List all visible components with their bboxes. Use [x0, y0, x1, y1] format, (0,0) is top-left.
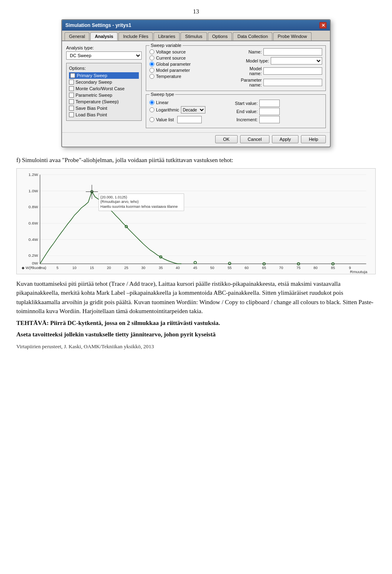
- logarithmic-radio[interactable]: [149, 107, 154, 112]
- temperature-sweep-checkbox[interactable]: [69, 99, 74, 104]
- option-parametric-sweep[interactable]: Parametric Sweep: [69, 92, 139, 98]
- svg-text:80: 80: [314, 266, 318, 270]
- model-name-input[interactable]: [263, 67, 322, 75]
- analysis-type-dropdown[interactable]: DC Sweep: [66, 51, 142, 60]
- increment-input[interactable]: 1: [259, 116, 280, 123]
- end-value-row: End value: 100: [227, 108, 322, 115]
- graph-area: 1.2W 1.0W 0.8W 0.6W 0.4W 0.2W 0W 0 5 10 …: [16, 168, 376, 274]
- body-text: Kuvan tuottamiseksi piti piirtää tehot (…: [16, 279, 376, 339]
- radio-voltage-source[interactable]: Voltage source: [149, 49, 232, 54]
- options-label: Options:: [69, 66, 139, 71]
- dialog-title: Simulation Settings - yritys1: [65, 22, 131, 28]
- help-button[interactable]: Help: [301, 135, 326, 143]
- dialog-container: Simulation Settings - yritys1 ✕ General …: [16, 19, 376, 147]
- tab-options[interactable]: Options: [208, 32, 232, 40]
- model-name-label: Model name:: [236, 66, 262, 76]
- voltage-source-label: Voltage source: [156, 49, 186, 54]
- tab-probe-window[interactable]: Probe Window: [273, 32, 312, 40]
- start-value-row: Start value: 1: [227, 100, 322, 107]
- ok-button[interactable]: OK: [215, 135, 238, 143]
- option-temperature-sweep[interactable]: Temperature (Sweep): [69, 98, 139, 105]
- body-para-1: Kuvan tuottamiseksi piti piirtää tehot (…: [16, 279, 376, 316]
- sweep-variable-group: Sweep variable Voltage source Current so…: [146, 45, 326, 91]
- option-secondary-sweep[interactable]: Secondary Sweep: [69, 79, 139, 85]
- parametric-sweep-checkbox[interactable]: [69, 93, 74, 98]
- current-source-label: Current source: [156, 56, 186, 60]
- model-type-field-row: Model type:: [236, 57, 322, 65]
- secondary-sweep-label: Secondary Sweep: [76, 80, 112, 85]
- load-bias-checkbox[interactable]: [69, 112, 74, 117]
- model-type-select[interactable]: [271, 57, 322, 65]
- secondary-sweep-checkbox[interactable]: [69, 80, 74, 85]
- option-primary-sweep[interactable]: Primary Sweep: [69, 72, 139, 79]
- tab-analysis[interactable]: Analysis: [90, 32, 118, 40]
- temperature-radio[interactable]: [149, 74, 154, 79]
- tab-libraries[interactable]: Libraries: [154, 32, 180, 40]
- primary-sweep-checkbox[interactable]: [70, 73, 75, 78]
- value-list-label: Value list: [156, 117, 174, 122]
- svg-text:55: 55: [227, 266, 232, 270]
- value-list-radio[interactable]: [149, 117, 154, 122]
- radio-temperature[interactable]: Temperature: [149, 74, 232, 79]
- cancel-button[interactable]: Cancel: [240, 135, 270, 143]
- apply-button[interactable]: Apply: [272, 135, 299, 143]
- footer: Virtapiirien perusteet, J. Kaski, OAMK/T…: [16, 343, 376, 350]
- sweep-var-radios: Voltage source Current source Global par…: [149, 48, 232, 87]
- svg-text:0.8W: 0.8W: [29, 205, 38, 209]
- monte-carlo-checkbox[interactable]: [69, 86, 74, 91]
- svg-text:20: 20: [107, 266, 111, 270]
- svg-text:50: 50: [210, 266, 214, 270]
- tab-data-collection[interactable]: Data Collection: [233, 32, 272, 40]
- model-parameter-label: Model parameter: [156, 68, 190, 73]
- param-name-input[interactable]: Rmuultuja: [263, 79, 322, 86]
- svg-text:0.6W: 0.6W: [29, 220, 38, 225]
- value-list-input[interactable]: [177, 116, 202, 123]
- svg-text:◆ W(Rkuorma): ◆ W(Rkuorma): [22, 266, 46, 270]
- svg-text:5: 5: [56, 266, 58, 270]
- voltage-source-radio[interactable]: [149, 49, 154, 54]
- dialog-body: Analysis type: DC Sweep Options: Primary…: [62, 41, 330, 132]
- temperature-sweep-label: Temperature (Sweep): [76, 99, 119, 104]
- tab-include-files[interactable]: Include Files: [118, 32, 153, 40]
- close-button[interactable]: ✕: [319, 22, 327, 29]
- end-value-input[interactable]: 100: [259, 108, 280, 115]
- log-type-select[interactable]: Decade: [181, 106, 205, 113]
- model-type-label: Model type:: [236, 58, 269, 63]
- logarithmic-label: Logarithmic: [156, 107, 179, 112]
- option-save-bias[interactable]: Save Bias Point: [69, 105, 139, 111]
- svg-text:65: 65: [262, 266, 266, 270]
- radio-model-parameter[interactable]: Model parameter: [149, 68, 232, 73]
- name-input[interactable]: [263, 48, 322, 56]
- radio-value-list[interactable]: Value list: [149, 116, 223, 123]
- svg-text:0.4W: 0.4W: [29, 237, 38, 241]
- svg-text:45: 45: [193, 266, 197, 270]
- body-para-3-bold: Aseta tavoitteeksi jollekin vastukselle …: [16, 330, 376, 339]
- svg-text:0W: 0W: [32, 261, 38, 265]
- svg-text:(Rmuuttujan arvo, teho): (Rmuuttujan arvo, teho): [100, 200, 139, 204]
- start-value-input[interactable]: 1: [259, 100, 280, 107]
- radio-global-parameter[interactable]: Global parameter: [149, 62, 232, 67]
- model-name-field-row: Model name:: [236, 66, 322, 76]
- load-bias-label: Load Bias Point: [76, 112, 107, 117]
- save-bias-checkbox[interactable]: [69, 106, 74, 111]
- current-source-radio[interactable]: [149, 56, 154, 60]
- tab-general[interactable]: General: [65, 32, 89, 40]
- global-parameter-radio[interactable]: [149, 62, 154, 67]
- parametric-sweep-label: Parametric Sweep: [76, 93, 112, 98]
- option-monte-carlo[interactable]: Monte Carlo/Worst Case: [69, 85, 139, 92]
- dialog-tabs: General Analysis Include Files Libraries…: [62, 31, 330, 41]
- radio-linear[interactable]: Linear: [149, 100, 223, 105]
- name-label: Name:: [236, 49, 262, 54]
- radio-current-source[interactable]: Current source: [149, 56, 232, 60]
- dialog-titlebar: Simulation Settings - yritys1 ✕: [62, 20, 330, 31]
- right-panel: Sweep variable Voltage source Current so…: [146, 45, 326, 128]
- tab-stimulus[interactable]: Stimulus: [180, 32, 207, 40]
- radio-logarithmic-row[interactable]: Logarithmic Decade: [149, 106, 223, 113]
- linear-radio[interactable]: [149, 100, 154, 105]
- increment-row: Increment: 1: [227, 116, 322, 123]
- start-value-label: Start value:: [227, 101, 258, 106]
- svg-text:75: 75: [296, 266, 301, 270]
- model-parameter-radio[interactable]: [149, 68, 154, 73]
- svg-text:85: 85: [331, 266, 335, 270]
- option-load-bias[interactable]: Load Bias Point: [69, 111, 139, 118]
